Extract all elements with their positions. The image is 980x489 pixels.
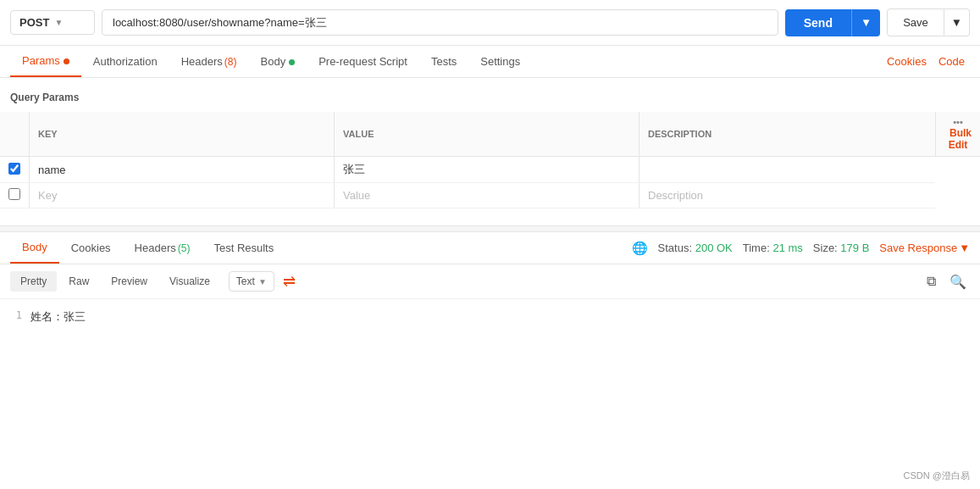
col-checkbox — [0, 112, 30, 157]
text-dropdown[interactable]: Text ▼ — [229, 271, 274, 292]
tab-headers[interactable]: Headers(8) — [169, 47, 249, 76]
response-right-icons: ⧉ 🔍 — [923, 272, 970, 292]
query-params-title: Query Params — [10, 86, 970, 108]
tab-body[interactable]: Body — [249, 47, 307, 76]
placeholder-key-cell[interactable]: Key — [30, 183, 335, 208]
top-bar: POST ▼ Send ▼ Save ▼ — [0, 0, 980, 46]
globe-icon: 🌐 — [632, 241, 648, 256]
col-description: DESCRIPTION — [639, 112, 936, 157]
col-value: VALUE — [335, 112, 639, 157]
method-chevron: ▼ — [54, 18, 63, 27]
tab-authorization[interactable]: Authorization — [81, 47, 169, 76]
placeholder-checkbox[interactable] — [8, 188, 20, 200]
status-value: 200 OK — [695, 242, 733, 254]
placeholder-value-cell[interactable]: Value — [335, 183, 639, 208]
response-tabs-bar: Body Cookies Headers(5) Test Results 🌐 S… — [0, 232, 980, 264]
size-label: Size: 179 B — [813, 242, 870, 254]
code-line-1: 1 姓名：张三 — [0, 308, 980, 326]
col-options: ••• Bulk Edit — [935, 112, 980, 157]
send-btn-group: Send ▼ — [785, 9, 880, 36]
line-number-1: 1 — [0, 309, 30, 321]
time-value: 21 ms — [772, 242, 802, 254]
col-key: KEY — [30, 112, 335, 157]
line-content-1: 姓名：张三 — [30, 309, 86, 325]
status-label: Status: 200 OK — [658, 242, 733, 254]
bulk-edit-link[interactable]: Bulk Edit — [949, 127, 972, 151]
response-tab-cookies[interactable]: Cookies — [59, 233, 123, 263]
table-row: name 张三 — [0, 157, 980, 183]
save-btn-group: Save ▼ — [887, 8, 970, 36]
query-params-section: Query Params — [0, 78, 980, 112]
save-button[interactable]: Save — [887, 8, 944, 36]
save-dropdown-button[interactable]: ▼ — [944, 8, 970, 36]
request-tabs-bar: Params Authorization Headers(8) Body Pre… — [0, 46, 980, 78]
response-tab-test-results[interactable]: Test Results — [202, 233, 285, 263]
copy-button[interactable]: ⧉ — [923, 272, 939, 292]
raw-button[interactable]: Raw — [58, 271, 99, 292]
options-dots: ••• — [953, 117, 963, 127]
pretty-button[interactable]: Pretty — [10, 271, 57, 292]
placeholder-checkbox-cell[interactable] — [0, 183, 30, 208]
row-checkbox[interactable] — [8, 163, 20, 175]
placeholder-desc-cell[interactable]: Description — [639, 183, 936, 208]
row-value-cell[interactable]: 张三 — [335, 157, 639, 183]
response-code-area: 1 姓名：张三 — [0, 299, 980, 350]
section-divider — [0, 225, 980, 232]
url-input[interactable] — [102, 9, 778, 36]
row-desc-cell[interactable] — [639, 157, 936, 183]
time-label: Time: 21 ms — [743, 242, 803, 254]
watermark: CSDN @澄白易 — [904, 470, 970, 482]
response-tab-headers[interactable]: Headers(5) — [123, 233, 202, 263]
row-key-cell[interactable]: name — [30, 157, 335, 183]
search-button[interactable]: 🔍 — [946, 272, 970, 292]
format-bar: Pretty Raw Preview Visualize Text ▼ ⇌ ⧉ … — [0, 264, 980, 299]
wrap-icon[interactable]: ⇌ — [283, 272, 296, 291]
tab-tests[interactable]: Tests — [419, 47, 468, 76]
response-headers-count: (5) — [178, 242, 191, 254]
status-bar: 🌐 Status: 200 OK Time: 21 ms Size: 179 B… — [632, 241, 970, 256]
table-row-placeholder: Key Value Description — [0, 183, 980, 208]
params-dot — [64, 58, 69, 64]
tab-settings[interactable]: Settings — [468, 47, 532, 76]
body-dot — [289, 59, 295, 65]
response-tab-body[interactable]: Body — [10, 232, 59, 264]
preview-button[interactable]: Preview — [101, 271, 158, 292]
headers-count: (8) — [224, 56, 237, 68]
save-response-button[interactable]: Save Response ▼ — [879, 242, 970, 254]
method-select[interactable]: POST ▼ — [10, 10, 95, 35]
send-dropdown-button[interactable]: ▼ — [851, 9, 880, 36]
text-dropdown-chevron: ▼ — [258, 277, 267, 286]
row-checkbox-cell[interactable] — [0, 157, 30, 183]
cookies-link[interactable]: Cookies — [882, 47, 932, 76]
code-link[interactable]: Code — [933, 47, 970, 76]
visualize-button[interactable]: Visualize — [159, 271, 220, 292]
method-label: POST — [19, 16, 49, 29]
size-value: 179 B — [840, 242, 869, 254]
tab-params[interactable]: Params — [10, 46, 81, 77]
send-button[interactable]: Send — [785, 9, 851, 36]
tab-pre-request[interactable]: Pre-request Script — [307, 47, 419, 76]
params-table: KEY VALUE DESCRIPTION ••• Bulk Edit name… — [0, 112, 980, 208]
cookies-code-links: Cookies Code — [882, 47, 970, 76]
